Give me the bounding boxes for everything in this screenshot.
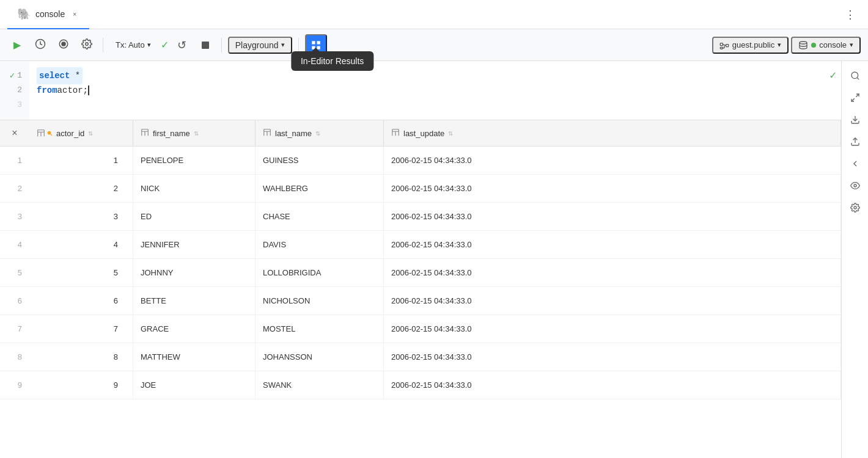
- line-3-num: 3: [17, 98, 22, 112]
- right-sidebar: [841, 61, 868, 458]
- console-tab[interactable]: 🐘 console ×: [7, 0, 89, 29]
- svg-rect-7: [312, 46, 315, 49]
- cell-actor-id: 6: [29, 287, 133, 314]
- tab-more-button[interactable]: ⋮: [840, 5, 861, 24]
- line-2-number: 2: [0, 83, 22, 98]
- line-numbers: ✓ 1 2 3: [0, 61, 29, 120]
- row-number: 8: [0, 352, 29, 362]
- cell-last-name: JOHANSSON: [256, 343, 384, 371]
- last-name-sort-icon[interactable]: ⇅: [315, 130, 320, 137]
- line-1-check-icon: ✓: [10, 68, 15, 83]
- code-line-3: [37, 98, 834, 112]
- eye-icon-button[interactable]: [845, 176, 865, 195]
- svg-rect-8: [317, 46, 320, 49]
- tab-close-button[interactable]: ×: [70, 9, 79, 19]
- cell-actor-id: 8: [29, 343, 133, 371]
- svg-rect-11: [726, 44, 728, 46]
- tab-title: console: [35, 9, 65, 19]
- row-number: 2: [0, 184, 29, 193]
- last-update-sort-icon[interactable]: ⇅: [448, 130, 453, 137]
- line-1-num: 1: [17, 68, 22, 83]
- code-editor[interactable]: select * from actor; ✓: [29, 61, 841, 120]
- results-header: × actor_id ⇅ first_name ⇅: [0, 120, 841, 147]
- console-dropdown[interactable]: console ▾: [791, 37, 861, 54]
- table-row[interactable]: 8 8 MATTHEW JOHANSSON 2006-02-15 04:34:3…: [0, 343, 841, 371]
- row-number: 5: [0, 268, 29, 277]
- toolbar-right: guest.public ▾ console ▾: [712, 37, 861, 54]
- run-button[interactable]: ▶: [7, 35, 27, 55]
- settings-button[interactable]: [77, 35, 97, 55]
- svg-line-37: [851, 98, 855, 101]
- in-editor-results-button[interactable]: [305, 34, 327, 56]
- results-close-button[interactable]: ×: [0, 128, 29, 139]
- main-content: ✓ 1 2 3 select *: [0, 61, 868, 458]
- cell-actor-id: 7: [29, 315, 133, 343]
- column-header-actor-id[interactable]: actor_id ⇅: [29, 120, 133, 146]
- column-header-last-update[interactable]: last_update ⇅: [384, 120, 841, 146]
- schema-dropdown[interactable]: guest.public ▾: [712, 37, 789, 54]
- cell-last-name: GUINESS: [256, 147, 384, 174]
- cell-last-update: 2006-02-15 04:34:33.0: [384, 203, 841, 230]
- divider-3: [298, 38, 299, 53]
- editor-cursor: [88, 85, 89, 95]
- expand-icon-button[interactable]: [845, 88, 865, 107]
- tab-list: 🐘 console ×: [7, 0, 89, 29]
- cell-first-name: PENELOPE: [133, 147, 256, 174]
- cell-last-name: SWANK: [256, 371, 384, 399]
- search-icon-button[interactable]: [845, 66, 865, 85]
- cell-first-name: BETTE: [133, 287, 256, 314]
- divider-1: [103, 38, 103, 53]
- playground-chevron-icon: ▾: [281, 41, 285, 49]
- table-row[interactable]: 2 2 NICK WAHLBERG 2006-02-15 04:34:33.0: [0, 175, 841, 203]
- svg-point-15: [800, 42, 807, 44]
- code-line-1: select *: [37, 68, 834, 83]
- download-icon-button[interactable]: [845, 110, 865, 129]
- record-button[interactable]: [54, 35, 73, 55]
- svg-rect-9: [720, 43, 723, 45]
- commit-check-icon[interactable]: ✓: [161, 39, 169, 51]
- svg-point-34: [851, 72, 858, 79]
- table-row[interactable]: 1 1 PENELOPE GUINESS 2006-02-15 04:34:33…: [0, 147, 841, 175]
- cell-actor-id: 2: [29, 175, 133, 202]
- actor-id-sort-icon[interactable]: ⇅: [88, 130, 93, 137]
- results-body: 1 1 PENELOPE GUINESS 2006-02-15 04:34:33…: [0, 147, 841, 399]
- cell-last-update: 2006-02-15 04:34:33.0: [384, 259, 841, 286]
- table-row[interactable]: 6 6 BETTE NICHOLSON 2006-02-15 04:34:33.…: [0, 287, 841, 315]
- cell-first-name: GRACE: [133, 315, 256, 343]
- playground-button[interactable]: Playground ▾: [228, 37, 292, 54]
- cell-actor-id: 5: [29, 259, 133, 286]
- first-name-label: first_name: [153, 129, 190, 138]
- first-name-sort-icon[interactable]: ⇅: [194, 130, 199, 137]
- svg-line-36: [856, 94, 859, 97]
- cell-last-update: 2006-02-15 04:34:33.0: [384, 287, 841, 314]
- table-row[interactable]: 4 4 JENNIFER DAVIS 2006-02-15 04:34:33.0: [0, 231, 841, 259]
- cell-last-name: MOSTEL: [256, 315, 384, 343]
- table-row[interactable]: 3 3 ED CHASE 2006-02-15 04:34:33.0: [0, 203, 841, 231]
- svg-rect-6: [317, 41, 320, 44]
- back-icon-button[interactable]: [845, 154, 865, 173]
- svg-rect-16: [38, 130, 45, 133]
- line-2-num: 2: [17, 83, 22, 98]
- select-star: *: [75, 71, 80, 81]
- gear-icon: [81, 38, 92, 52]
- results-settings-icon-button[interactable]: [845, 198, 865, 217]
- upload-icon-button[interactable]: [845, 132, 865, 151]
- column-header-first-name[interactable]: first_name ⇅: [133, 120, 256, 146]
- undo-button[interactable]: ↺: [172, 35, 192, 55]
- table-row[interactable]: 5 5 JOHNNY LOLLOBRIGIDA 2006-02-15 04:34…: [0, 259, 841, 287]
- history-button[interactable]: [31, 35, 50, 55]
- cell-actor-id: 3: [29, 203, 133, 230]
- row-number: 4: [0, 240, 29, 249]
- table-row[interactable]: 7 7 GRACE MOSTEL 2006-02-15 04:34:33.0: [0, 315, 841, 343]
- row-number: 7: [0, 324, 29, 333]
- cell-last-update: 2006-02-15 04:34:33.0: [384, 147, 841, 174]
- actor-id-label: actor_id: [56, 129, 84, 138]
- stop-button[interactable]: [196, 35, 215, 55]
- cell-last-update: 2006-02-15 04:34:33.0: [384, 343, 841, 371]
- column-header-last-name[interactable]: last_name ⇅: [256, 120, 384, 146]
- svg-point-41: [854, 206, 856, 209]
- cell-last-update: 2006-02-15 04:34:33.0: [384, 371, 841, 399]
- tx-dropdown[interactable]: Tx: Auto ▾: [109, 38, 157, 52]
- cell-last-update: 2006-02-15 04:34:33.0: [384, 315, 841, 343]
- table-row[interactable]: 9 9 JOE SWANK 2006-02-15 04:34:33.0: [0, 371, 841, 399]
